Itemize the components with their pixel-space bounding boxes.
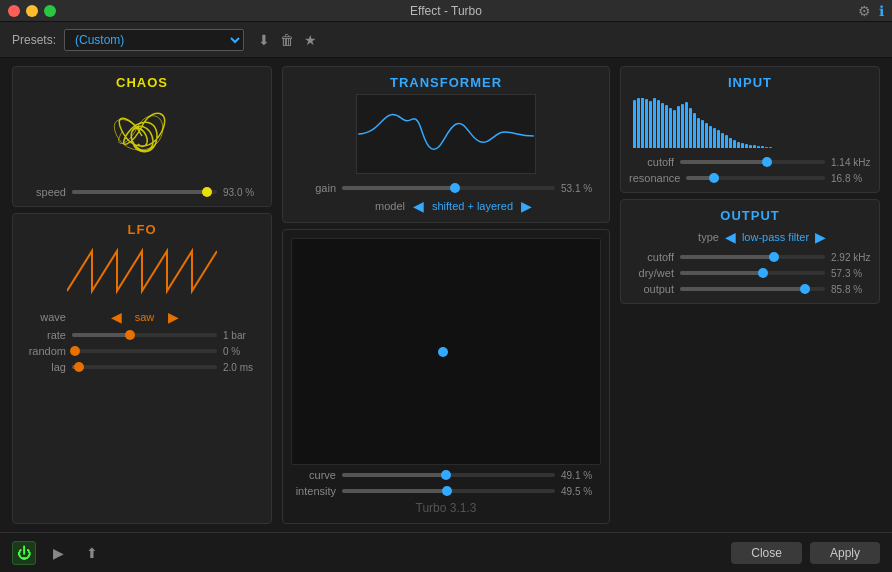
cutoff-label: cutoff xyxy=(629,156,674,168)
power-btn[interactable]: ⏻ xyxy=(12,541,36,565)
type-prev-btn[interactable]: ◀ xyxy=(725,229,736,245)
spectrum-display xyxy=(629,98,871,148)
output-value: 85.8 % xyxy=(831,284,871,295)
type-label: type xyxy=(674,231,719,243)
bottom-actions: Close Apply xyxy=(731,542,880,564)
chaos-visual xyxy=(72,96,212,176)
type-selector: type ◀ low-pass filter ▶ xyxy=(629,229,871,245)
save-preset-btn[interactable]: ⬇ xyxy=(256,30,272,50)
panel-center: TRANSFORMER gain 53.1 % model ◀ shif xyxy=(282,66,610,524)
chaos-speed-param: speed 93.0 % xyxy=(21,186,263,198)
intensity-slider[interactable] xyxy=(342,489,555,493)
model-prev-btn[interactable]: ◀ xyxy=(413,198,424,214)
curve-label: curve xyxy=(291,469,336,481)
model-selector: model ◀ shifted + layered ▶ xyxy=(291,198,601,214)
gain-row: gain 53.1 % xyxy=(291,182,601,194)
minimize-window-btn[interactable] xyxy=(26,5,38,17)
transformer-params: gain 53.1 % model ◀ shifted + layered ▶ xyxy=(291,182,601,214)
intensity-row: intensity 49.5 % xyxy=(291,485,601,497)
cutoff-value: 1.14 kHz xyxy=(831,157,871,168)
delete-preset-btn[interactable]: 🗑 xyxy=(278,30,296,50)
settings-icon[interactable]: ⚙ xyxy=(858,3,871,19)
lfo-title: LFO xyxy=(128,222,157,237)
type-next-btn[interactable]: ▶ xyxy=(815,229,826,245)
presets-select[interactable]: (Custom) Default Heavy Bass Tremolo xyxy=(64,29,244,51)
chaos-section: CHAOS speed 93.0 % xyxy=(12,66,272,207)
drywet-label: dry/wet xyxy=(629,267,674,279)
input-section: INPUT cutoff 1.14 kHz resonance 16.8 % xyxy=(620,66,880,193)
curve-params: curve 49.1 % intensity 49.5 % xyxy=(291,469,601,497)
intensity-value: 49.5 % xyxy=(561,486,601,497)
curve-row: curve 49.1 % xyxy=(291,469,601,481)
presets-label: Presets: xyxy=(12,33,56,47)
input-title: INPUT xyxy=(629,75,871,90)
turbo-version: Turbo 3.1.3 xyxy=(291,501,601,515)
close-button[interactable]: Close xyxy=(731,542,802,564)
random-value: 0 % xyxy=(223,346,263,357)
presets-bar: Presets: (Custom) Default Heavy Bass Tre… xyxy=(0,22,892,58)
bottom-icons: ⏻ ▶ ⬆ xyxy=(12,541,104,565)
curve-canvas[interactable] xyxy=(291,238,601,465)
lag-row: lag 2.0 ms xyxy=(21,361,263,373)
lfo-section: LFO wave ◀ saw ▶ rate xyxy=(12,213,272,524)
lfo-visual xyxy=(67,241,217,301)
output-cutoff-value: 2.92 kHz xyxy=(831,252,871,263)
gain-label: gain xyxy=(291,182,336,194)
lag-value: 2.0 ms xyxy=(223,362,263,373)
curve-dot[interactable] xyxy=(438,347,448,357)
share-btn[interactable]: ⬆ xyxy=(80,541,104,565)
random-row: random 0 % xyxy=(21,345,263,357)
title-bar: Effect - Turbo ⚙ ℹ xyxy=(0,0,892,22)
resonance-value: 16.8 % xyxy=(831,173,871,184)
input-cutoff-row: cutoff 1.14 kHz xyxy=(629,156,871,168)
maximize-window-btn[interactable] xyxy=(44,5,56,17)
input-resonance-slider[interactable] xyxy=(686,176,825,180)
drywet-slider[interactable] xyxy=(680,271,825,275)
input-cutoff-slider[interactable] xyxy=(680,160,825,164)
gain-value: 53.1 % xyxy=(561,183,601,194)
wave-value: saw xyxy=(130,311,160,323)
lag-slider[interactable] xyxy=(72,365,217,369)
output-title: OUTPUT xyxy=(629,208,871,223)
curve-section: curve 49.1 % intensity 49.5 % Turb xyxy=(282,229,610,524)
output-cutoff-slider[interactable] xyxy=(680,255,825,259)
random-label: random xyxy=(21,345,66,357)
transformer-section: TRANSFORMER gain 53.1 % model ◀ shif xyxy=(282,66,610,223)
output-cutoff-row: cutoff 2.92 kHz xyxy=(629,251,871,263)
close-window-btn[interactable] xyxy=(8,5,20,17)
gain-slider[interactable] xyxy=(342,186,555,190)
model-next-btn[interactable]: ▶ xyxy=(521,198,532,214)
rate-slider[interactable] xyxy=(72,333,217,337)
speed-slider[interactable] xyxy=(72,190,217,194)
output-cutoff-label: cutoff xyxy=(629,251,674,263)
presets-icons: ⬇ 🗑 ★ xyxy=(256,30,319,50)
chaos-title: CHAOS xyxy=(116,75,168,90)
wave-label: wave xyxy=(21,311,66,323)
wave-next-btn[interactable]: ▶ xyxy=(168,309,179,325)
info-icon[interactable]: ℹ xyxy=(879,3,884,19)
apply-button[interactable]: Apply xyxy=(810,542,880,564)
wave-row: wave ◀ saw ▶ xyxy=(21,309,263,325)
curve-value: 49.1 % xyxy=(561,470,601,481)
output-slider[interactable] xyxy=(680,287,825,291)
random-slider[interactable] xyxy=(72,349,217,353)
star-preset-btn[interactable]: ★ xyxy=(302,30,319,50)
play-btn[interactable]: ▶ xyxy=(46,541,70,565)
wave-selector: ◀ saw ▶ xyxy=(72,309,217,325)
input-spectrum xyxy=(629,98,871,148)
output-section: OUTPUT type ◀ low-pass filter ▶ cutoff 2… xyxy=(620,199,880,304)
type-value: low-pass filter xyxy=(742,231,809,243)
window-controls[interactable] xyxy=(8,5,56,17)
main-content: CHAOS speed 93.0 % LFO xyxy=(0,58,892,532)
drywet-row: dry/wet 57.3 % xyxy=(629,267,871,279)
model-value: shifted + layered xyxy=(432,200,513,212)
wave-prev-btn[interactable]: ◀ xyxy=(111,309,122,325)
input-resonance-row: resonance 16.8 % xyxy=(629,172,871,184)
lag-label: lag xyxy=(21,361,66,373)
speed-label: speed xyxy=(21,186,66,198)
transformer-visual xyxy=(356,94,536,174)
output-label: output xyxy=(629,283,674,295)
title-bar-right-icons: ⚙ ℹ xyxy=(858,3,884,19)
curve-slider[interactable] xyxy=(342,473,555,477)
model-label: model xyxy=(360,200,405,212)
